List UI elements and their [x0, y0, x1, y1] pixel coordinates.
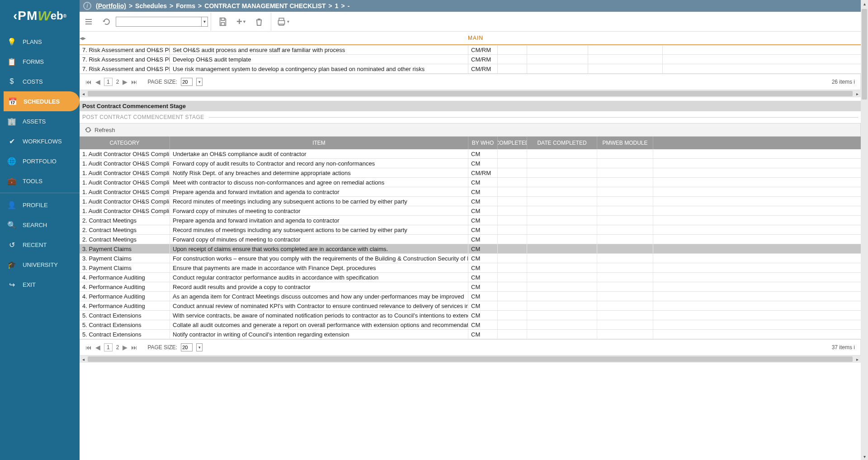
pager-next-icon[interactable]: ▶: [123, 344, 127, 351]
pager-prev-icon[interactable]: ◀: [95, 78, 100, 85]
table-row[interactable]: 2. Contract MeetingsPrepare agenda and f…: [80, 216, 861, 225]
page-size-caret-icon[interactable]: ▾: [196, 78, 203, 86]
pager-page-1[interactable]: 1: [104, 343, 113, 351]
table-row[interactable]: 4. Performance AuditingRecord audit resu…: [80, 282, 861, 292]
col-item[interactable]: ITEM: [170, 137, 468, 149]
refresh-icon[interactable]: [85, 126, 92, 133]
pager-first-icon[interactable]: ⏮: [85, 344, 92, 351]
table-row[interactable]: 2. Contract MeetingsForward copy of minu…: [80, 235, 861, 244]
table-row[interactable]: 7. Risk Assessment and OH&S PlanDevelop …: [80, 55, 861, 64]
pager-prev-icon[interactable]: ◀: [95, 344, 100, 351]
breadcrumb-segment[interactable]: Schedules: [135, 2, 167, 9]
table-row[interactable]: 1. Audit Contractor OH&S ComplianceForwa…: [80, 206, 861, 216]
record-selector-combo[interactable]: ▾: [116, 17, 208, 27]
delete-icon[interactable]: [253, 15, 265, 28]
vscroll-up-icon[interactable]: ▴: [861, 0, 868, 7]
page-size-input[interactable]: [181, 343, 193, 351]
sidebar-item-workflows[interactable]: ✔WORKFLOWS: [0, 131, 80, 151]
table-row[interactable]: 5. Contract ExtensionsNotify contractor …: [80, 330, 861, 339]
table-row[interactable]: 1. Audit Contractor OH&S ComplianceMeet …: [80, 178, 861, 187]
nav-icon: 👤: [7, 200, 16, 209]
breadcrumb-segment[interactable]: -: [348, 2, 350, 9]
tab-scroll-left-icon[interactable]: ◂: [80, 34, 83, 42]
col-date-completed[interactable]: DATE COMPLETED: [527, 137, 597, 149]
grid1-hscroll[interactable]: ◂ ▸: [80, 90, 861, 97]
sidebar-item-tools[interactable]: 💼TOOLS: [0, 171, 80, 191]
table-row[interactable]: 3. Payment ClaimsFor construction works …: [80, 254, 861, 263]
hscroll-thumb[interactable]: [88, 91, 853, 96]
tab-scroll-right-icon[interactable]: ▸: [83, 34, 86, 42]
col-pmweb-module[interactable]: PMWEB MODULE: [597, 137, 653, 149]
pager-next-icon[interactable]: ▶: [123, 78, 127, 85]
pager-last-icon[interactable]: ⏭: [131, 344, 137, 351]
table-row[interactable]: 5. Contract ExtensionsCollate all audit …: [80, 320, 861, 330]
table-row[interactable]: 5. Contract ExtensionsWith service contr…: [80, 311, 861, 320]
table-row[interactable]: 1. Audit Contractor OH&S ComplianceRecor…: [80, 197, 861, 206]
table-row[interactable]: 1. Audit Contractor OH&S ComplianceUnder…: [80, 149, 861, 159]
grid-post-contract: CATEGORY ITEM BY WHO COMPLETED DATE COMP…: [80, 137, 861, 339]
page-size-caret-icon[interactable]: ▾: [196, 343, 203, 351]
vscroll-down-icon[interactable]: ▾: [861, 453, 868, 460]
pager-page-1[interactable]: 1: [104, 78, 113, 86]
sidebar-item-forms[interactable]: 📋FORMS: [0, 52, 80, 71]
history-icon[interactable]: [100, 15, 113, 28]
nav-icon: 🌐: [7, 156, 16, 166]
hscroll-left-icon[interactable]: ◂: [80, 356, 87, 363]
print-icon[interactable]: ▾: [277, 15, 289, 28]
col-bywho[interactable]: BY WHO: [468, 137, 498, 149]
sidebar-item-portfolio[interactable]: 🌐PORTFOLIO: [0, 151, 80, 171]
hscroll-thumb[interactable]: [88, 356, 853, 362]
refresh-label[interactable]: Refresh: [94, 127, 115, 133]
page-size-input[interactable]: [181, 78, 193, 86]
breadcrumb-segment[interactable]: Forms: [176, 2, 195, 9]
sidebar-item-schedules[interactable]: 📅SCHEDULES: [4, 91, 80, 111]
sidebar-item-recent[interactable]: ↺RECENT: [0, 235, 80, 255]
breadcrumb-segment[interactable]: CONTRACT MANAGEMENT CHECKLIST: [204, 2, 326, 9]
grid2-hscroll[interactable]: ◂ ▸: [80, 356, 861, 363]
hscroll-left-icon[interactable]: ◂: [80, 90, 87, 97]
breadcrumb-segment[interactable]: 1: [335, 2, 339, 9]
table-row[interactable]: 1. Audit Contractor OH&S CompliancePrepa…: [80, 187, 861, 197]
pager-last-icon[interactable]: ⏭: [131, 78, 137, 85]
table-row[interactable]: 1. Audit Contractor OH&S ComplianceForwa…: [80, 159, 861, 168]
sidebar-item-plans[interactable]: 💡PLANS: [0, 32, 80, 52]
breadcrumb-root[interactable]: (Portfolio): [96, 2, 126, 9]
hscroll-right-icon[interactable]: ▸: [854, 90, 861, 97]
sidebar-item-label: FORMS: [23, 58, 44, 65]
sidebar-item-assets[interactable]: 🏢ASSETS: [0, 111, 80, 131]
tab-main[interactable]: MAIN: [90, 35, 861, 41]
sidebar-item-exit[interactable]: ↪EXIT: [0, 275, 80, 294]
vscroll-thumb[interactable]: [862, 9, 867, 100]
page-vscroll[interactable]: ▴ ▾: [861, 0, 868, 460]
table-row[interactable]: 4. Performance AuditingConduct regular c…: [80, 273, 861, 282]
sidebar-item-profile[interactable]: 👤PROFILE: [0, 195, 80, 215]
table-row[interactable]: 3. Payment ClaimsUpon receipt of claims …: [80, 244, 861, 254]
toggle-list-icon[interactable]: [82, 15, 95, 28]
table-row[interactable]: 3. Payment ClaimsEnsure that payments ar…: [80, 263, 861, 273]
grid2-pager: ⏮ ◀ 1 2 ▶ ⏭ PAGE SIZE: ▾ 37 items i: [80, 339, 861, 356]
table-row[interactable]: 2. Contract MeetingsRecord minutes of me…: [80, 225, 861, 235]
pager-page-2[interactable]: 2: [116, 79, 119, 85]
nav-icon: ↺: [7, 240, 16, 249]
col-completed[interactable]: COMPLETED: [498, 137, 527, 149]
info-icon[interactable]: i: [83, 2, 91, 10]
nav-icon: 💼: [7, 176, 16, 185]
sidebar-item-costs[interactable]: $COSTS: [0, 71, 80, 91]
table-row[interactable]: 7. Risk Assessment and OH&S PlanUse risk…: [80, 64, 861, 74]
sidebar-item-search[interactable]: 🔍SEARCH: [0, 215, 80, 235]
col-category[interactable]: CATEGORY: [80, 137, 170, 149]
table-row[interactable]: 4. Performance AuditingAs an agenda item…: [80, 292, 861, 301]
grid-pre-contract-partial: 7. Risk Assessment and OH&S PlanSet OH&S…: [80, 45, 861, 74]
table-row[interactable]: 4. Performance AuditingConduct annual re…: [80, 301, 861, 311]
table-row[interactable]: 7. Risk Assessment and OH&S PlanSet OH&S…: [80, 45, 861, 55]
section-subheader: POST CONTRACT COMMENCEMENT STAGE: [80, 111, 861, 123]
add-icon[interactable]: +▾: [235, 15, 247, 28]
table-row[interactable]: 1. Audit Contractor OH&S ComplianceNotif…: [80, 168, 861, 178]
pager-first-icon[interactable]: ⏮: [85, 78, 92, 85]
sidebar-item-university[interactable]: 🎓UNIVERSITY: [0, 255, 80, 275]
page-size-label: PAGE SIZE:: [147, 344, 177, 351]
pager-page-2[interactable]: 2: [116, 344, 119, 351]
hscroll-right-icon[interactable]: ▸: [854, 356, 861, 363]
breadcrumb-bar: i (Portfolio) >Schedules>Forms>CONTRACT …: [80, 0, 868, 12]
save-icon[interactable]: [217, 15, 229, 28]
